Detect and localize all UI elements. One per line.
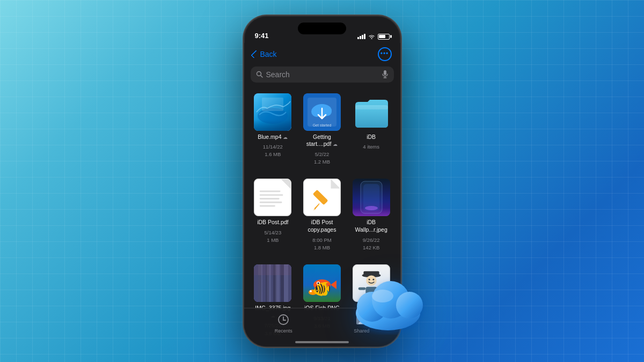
file-name: iDB Post copy.pages [302,219,342,233]
svg-rect-37 [258,264,261,302]
file-item[interactable]: iDB 4 items [347,88,396,174]
svg-text:Get started: Get started [313,123,332,127]
scene: 9:41 Back [243,15,401,348]
wifi-icon [368,34,375,39]
file-item[interactable]: Get started Getting start....pdf ☁ 5/2/2… [297,88,347,174]
svg-rect-20 [355,105,388,109]
file-thumbnail [303,264,341,302]
back-label: Back [260,50,277,58]
svg-rect-41 [254,264,291,275]
svg-point-16 [311,106,322,117]
svg-rect-23 [260,191,281,193]
ellipsis-icon: ••• [380,50,389,57]
mic-icon[interactable] [382,70,389,79]
svg-rect-36 [254,264,291,302]
svg-point-34 [365,206,378,210]
file-thumbnail [254,93,291,131]
search-icon [256,71,263,78]
file-thumbnail [254,264,291,302]
recents-icon [276,313,290,327]
svg-point-46 [317,283,319,284]
svg-point-45 [317,282,320,285]
svg-rect-7 [384,70,386,75]
svg-rect-22 [254,179,291,216]
svg-point-5 [257,72,261,76]
file-name: iDB Post.pdf [257,219,288,226]
file-thumbnail [353,179,390,216]
svg-rect-35 [254,264,291,302]
file-meta: 4 items [363,143,379,151]
file-thumbnail [303,179,341,216]
svg-rect-24 [260,194,283,196]
svg-point-43 [313,279,331,290]
file-name: Getting start....pdf ☁ [302,134,342,148]
svg-rect-26 [260,202,282,203]
tab-recents[interactable]: Recents [275,313,292,334]
file-thumbnail [254,179,291,216]
blue-mp4-thumb [254,93,291,131]
file-thumbnail [353,93,390,131]
status-time: 9:41 [255,32,269,40]
svg-rect-27 [260,205,275,207]
svg-rect-39 [273,264,276,302]
search-placeholder: Search [266,70,378,79]
file-meta: 8:00 PM1.8 MB [312,237,331,252]
file-name: iDB Wallp...r.jpeg [351,219,392,233]
back-button[interactable]: Back [253,50,277,58]
svg-rect-12 [262,98,283,111]
file-meta: 9/26/22142 KB [363,237,380,252]
tab-recents-label: Recents [275,328,292,334]
file-name: Blue.mp4 ☁ [258,134,288,141]
file-thumbnail: Get started [303,93,341,131]
svg-line-6 [261,76,262,77]
svg-rect-38 [266,264,269,302]
home-indicator [295,341,349,343]
file-meta: 5/2/221.2 MB [314,151,330,166]
svg-point-3 [396,292,423,319]
signal-icon [357,34,365,39]
file-name: iDB [367,134,376,141]
getting-started-thumb: Get started [303,93,341,131]
more-button[interactable]: ••• [378,47,392,61]
dynamic-island [298,23,346,34]
svg-point-47 [309,290,317,295]
status-icons [357,34,390,40]
file-meta: 11/14/221.6 MB [263,143,283,159]
nav-bar: Back ••• [244,43,400,64]
icloud-decoration [342,270,434,337]
file-item[interactable]: Blue.mp4 ☁ 11/14/221.6 MB [248,88,298,174]
back-chevron-icon [251,50,259,58]
svg-rect-25 [260,198,280,200]
search-bar[interactable]: Search [251,67,394,83]
svg-marker-48 [317,290,320,294]
svg-point-17 [323,107,332,116]
svg-rect-40 [281,264,284,302]
file-item[interactable]: iDB Post copy.pages 8:00 PM1.8 MB [297,173,347,259]
battery-icon [378,34,390,40]
svg-point-49 [310,290,312,292]
file-item[interactable]: iDB Post.pdf 5/14/231 MB [248,173,298,259]
svg-point-4 [372,290,393,302]
file-meta: 5/14/231 MB [264,229,281,245]
file-item[interactable]: iDB Wallp...r.jpeg 9/26/22142 KB [347,173,396,259]
